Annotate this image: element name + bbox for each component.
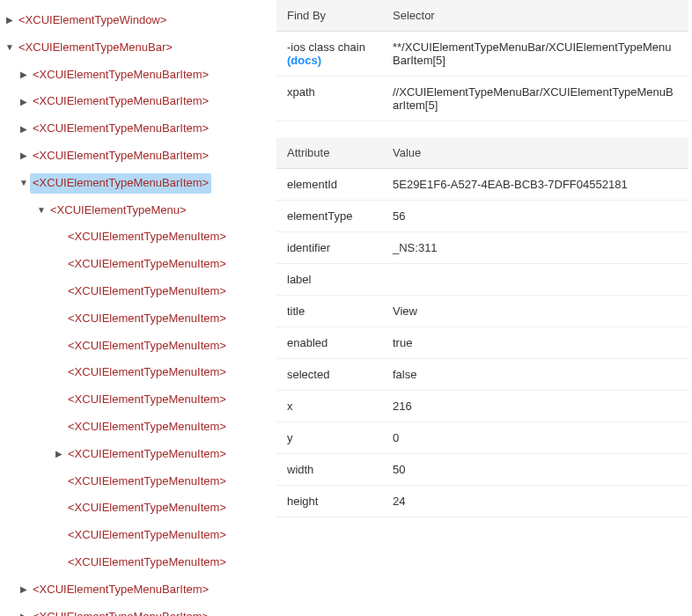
tree-node[interactable]: ▶<XCUIElementTypeMenuBarItem>	[0, 576, 273, 604]
selectors-table: Find By Selector -ios class chain (docs)…	[276, 0, 688, 121]
table-row: label	[276, 264, 688, 296]
attr-value-cell: 24	[382, 486, 688, 517]
chevron-down-icon[interactable]: ▼	[4, 40, 16, 55]
tree-node[interactable]: ▶<XCUIElementTypeMenuItem>	[0, 495, 273, 522]
attr-value-cell: 5E29E1F6-A527-4EAB-BCB3-7DFF04552181	[382, 169, 688, 200]
findby-cell: -ios class chain (docs)	[276, 32, 382, 76]
tree-node-label[interactable]: <XCUIElementTypeMenuItem>	[65, 282, 229, 302]
table-row: enabledtrue	[276, 327, 688, 359]
tree-node-label[interactable]: <XCUIElementTypeWindow>	[16, 11, 169, 31]
tree-node-label[interactable]: <XCUIElementTypeMenuBarItem>	[30, 146, 211, 166]
tree-node-label[interactable]: <XCUIElementTypeMenuItem>	[65, 390, 229, 410]
tree-node-label[interactable]: <XCUIElementTypeMenuBarItem>	[30, 65, 211, 85]
table-row: identifier_NS:311	[276, 232, 688, 264]
chevron-down-icon[interactable]: ▼	[35, 203, 48, 217]
tree-node-label[interactable]: <XCUIElementTypeMenuItem>	[65, 553, 229, 573]
table-row: y0	[276, 422, 688, 454]
chevron-right-icon[interactable]: ▶	[18, 68, 30, 82]
attr-value-cell	[382, 264, 688, 295]
tree-node[interactable]: ▼<XCUIElementTypeMenu>	[0, 197, 273, 224]
attr-name-cell: elementId	[276, 169, 382, 200]
tree-node-label[interactable]: <XCUIElementTypeMenuBarItem>	[30, 580, 211, 600]
attr-value-cell: 56	[382, 201, 688, 231]
findby-label: -ios class chain	[287, 40, 365, 54]
attr-value-cell: View	[382, 296, 688, 326]
attr-name-cell: x	[276, 391, 382, 422]
element-tree-panel: ▶<XCUIElementTypeWindow>▼<XCUIElementTyp…	[0, 0, 273, 616]
docs-link[interactable]: (docs)	[287, 54, 321, 67]
tree-node[interactable]: ▼<XCUIElementTypeMenuBar>	[0, 34, 273, 62]
attr-value-cell: 0	[382, 422, 688, 453]
tree-node[interactable]: ▶<XCUIElementTypeMenuItem>	[0, 468, 273, 495]
col-selector-header: Selector	[382, 0, 688, 31]
tree-node-label[interactable]: <XCUIElementTypeMenuItem>	[65, 417, 229, 437]
tree-node-label[interactable]: <XCUIElementTypeMenuItem>	[65, 444, 229, 465]
tree-node[interactable]: ▶<XCUIElementTypeMenuItem>	[0, 549, 273, 576]
tree-node-label[interactable]: <XCUIElementTypeMenuBar>	[16, 38, 175, 58]
attributes-header: Attribute Value	[276, 137, 688, 169]
attr-name-cell: selected	[276, 359, 382, 390]
tree-node[interactable]: ▶<XCUIElementTypeMenuItem>	[0, 414, 273, 441]
tree-node[interactable]: ▶<XCUIElementTypeMenuBarItem>	[0, 143, 273, 170]
tree-node[interactable]: ▶<XCUIElementTypeMenuBarItem>	[0, 62, 273, 89]
table-row: elementType56	[276, 201, 688, 232]
tree-node-label[interactable]: <XCUIElementTypeMenuBarItem>	[30, 92, 211, 112]
details-panel: Find By Selector -ios class chain (docs)…	[273, 0, 692, 616]
table-row: xpath //XCUIElementTypeMenuBar/XCUIEleme…	[276, 77, 688, 121]
attr-name-cell: enabled	[276, 327, 382, 358]
chevron-right-icon[interactable]: ▶	[18, 610, 30, 616]
tree-node[interactable]: ▶<XCUIElementTypeMenuItem>	[0, 522, 273, 549]
selector-cell: **/XCUIElementTypeMenuBar/XCUIElementTyp…	[382, 32, 688, 76]
tree-node-label[interactable]: <XCUIElementTypeMenuItem>	[65, 472, 229, 492]
tree-node[interactable]: ▶<XCUIElementTypeMenuBarItem>	[0, 115, 273, 143]
chevron-down-icon[interactable]: ▼	[18, 176, 30, 190]
tree-node[interactable]: ▶<XCUIElementTypeMenuBarItem>	[0, 604, 273, 616]
tree-node-label[interactable]: <XCUIElementTypeMenuItem>	[65, 525, 229, 546]
table-row: elementId5E29E1F6-A527-4EAB-BCB3-7DFF045…	[276, 169, 688, 201]
table-row: width50	[276, 454, 688, 486]
table-row: x216	[276, 391, 688, 422]
attr-name-cell: height	[276, 486, 382, 517]
tree-node[interactable]: ▶<XCUIElementTypeMenuItem>	[0, 305, 273, 333]
col-value-header: Value	[382, 137, 688, 168]
chevron-right-icon[interactable]: ▶	[18, 95, 30, 109]
table-row: titleView	[276, 296, 688, 327]
tree-node-label[interactable]: <XCUIElementTypeMenuItem>	[65, 227, 229, 247]
tree-node-label[interactable]: <XCUIElementTypeMenuItem>	[65, 498, 229, 518]
tree-node[interactable]: ▶<XCUIElementTypeMenuBarItem>	[0, 88, 273, 115]
table-row: -ios class chain (docs) **/XCUIElementTy…	[276, 32, 688, 77]
attr-name-cell: y	[276, 422, 382, 453]
tree-node[interactable]: ▶<XCUIElementTypeMenuItem>	[0, 333, 273, 360]
chevron-right-icon[interactable]: ▶	[18, 122, 30, 136]
tree-node-label[interactable]: <XCUIElementTypeMenuBarItem>	[30, 173, 211, 194]
chevron-right-icon[interactable]: ▶	[18, 583, 30, 597]
tree-node-label[interactable]: <XCUIElementTypeMenuItem>	[65, 363, 229, 383]
attr-name-cell: title	[276, 296, 382, 326]
attributes-table: Attribute Value elementId5E29E1F6-A527-4…	[276, 137, 688, 517]
chevron-right-icon[interactable]: ▶	[53, 447, 65, 461]
col-attr-header: Attribute	[276, 137, 382, 168]
tree-node[interactable]: ▶<XCUIElementTypeWindow>	[0, 7, 273, 34]
tree-node-label[interactable]: <XCUIElementTypeMenuBarItem>	[30, 607, 211, 616]
tree-node-label[interactable]: <XCUIElementTypeMenu>	[48, 201, 189, 221]
tree-node-label[interactable]: <XCUIElementTypeMenuItem>	[65, 309, 229, 329]
table-row: selectedfalse	[276, 359, 688, 391]
col-findby-header: Find By	[276, 0, 382, 31]
tree-node-label[interactable]: <XCUIElementTypeMenuBarItem>	[30, 119, 211, 139]
attr-value-cell: _NS:311	[382, 232, 688, 263]
tree-node[interactable]: ▶<XCUIElementTypeMenuItem>	[0, 441, 273, 468]
selector-cell: //XCUIElementTypeMenuBar/XCUIElementType…	[382, 77, 688, 121]
attr-value-cell: true	[382, 327, 688, 358]
chevron-right-icon[interactable]: ▶	[4, 13, 16, 27]
tree-node[interactable]: ▼<XCUIElementTypeMenuBarItem>	[0, 170, 273, 197]
tree-node[interactable]: ▶<XCUIElementTypeMenuItem>	[0, 386, 273, 414]
tree-node-label[interactable]: <XCUIElementTypeMenuItem>	[65, 336, 229, 356]
tree-node[interactable]: ▶<XCUIElementTypeMenuItem>	[0, 278, 273, 305]
tree-node-label[interactable]: <XCUIElementTypeMenuItem>	[65, 254, 229, 275]
chevron-right-icon[interactable]: ▶	[18, 149, 30, 163]
tree-node[interactable]: ▶<XCUIElementTypeMenuItem>	[0, 359, 273, 386]
attr-value-cell: false	[382, 359, 688, 390]
tree-node[interactable]: ▶<XCUIElementTypeMenuItem>	[0, 224, 273, 251]
tree-node[interactable]: ▶<XCUIElementTypeMenuItem>	[0, 251, 273, 278]
attr-value-cell: 216	[382, 391, 688, 422]
